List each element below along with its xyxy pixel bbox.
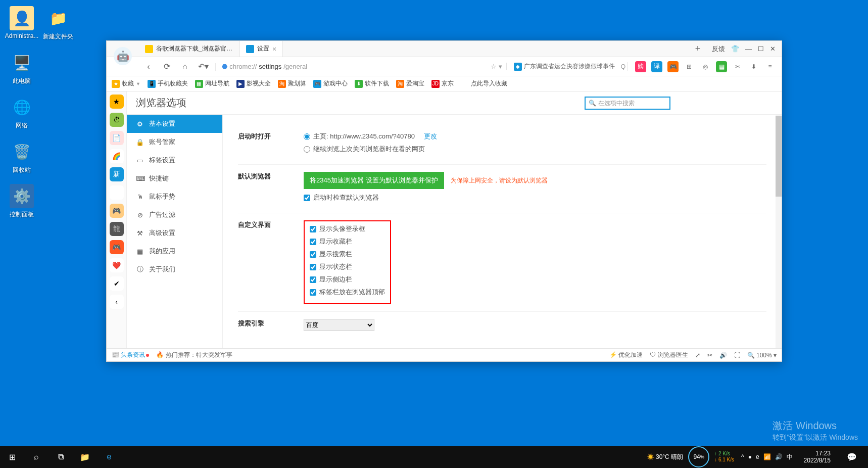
tray-icon-0[interactable]: ^: [741, 453, 744, 460]
rail-icon-2[interactable]: 📄: [110, 131, 124, 145]
toolbar-icon-0[interactable]: 购: [635, 61, 646, 72]
status-right-2[interactable]: ⤢: [695, 352, 700, 359]
desktop-icon-回收站[interactable]: 🗑️回收站: [4, 139, 39, 174]
rail-icon-8[interactable]: 🎮: [110, 240, 124, 254]
sidebar-item-1[interactable]: 🔒账号管家: [127, 133, 222, 151]
toolbar-icon-6[interactable]: ✂: [732, 61, 743, 72]
start-button[interactable]: ⊞: [0, 446, 24, 468]
toolbar-icon-3[interactable]: ⊞: [684, 61, 695, 72]
sidebar-item-8[interactable]: ⓘ关于我们: [127, 260, 222, 278]
home-button[interactable]: ⌂: [178, 60, 191, 73]
ui-check-4[interactable]: [310, 276, 316, 283]
ui-check-1[interactable]: [310, 239, 316, 245]
sidebar-item-4[interactable]: 🖱鼠标手势: [127, 188, 222, 206]
set-default-button[interactable]: 将2345加速浏览器 设置为默认浏览器并保护: [304, 172, 444, 189]
taskbar-search-icon[interactable]: ⌕: [24, 446, 49, 468]
bookmark-9[interactable]: 点此导入收藏: [461, 79, 507, 88]
tray-icon-5[interactable]: 中: [787, 453, 793, 460]
tray-icon-3[interactable]: 📶: [763, 453, 771, 460]
url-dropdown-icon[interactable]: ▾: [499, 63, 502, 70]
tray-icon-4[interactable]: 🔊: [775, 453, 783, 460]
sidebar-item-6[interactable]: ⚒高级设置: [127, 224, 222, 242]
settings-scrollbar[interactable]: [776, 115, 782, 348]
rail-icon-1[interactable]: ⏱: [110, 113, 124, 127]
toolbar-icon-7[interactable]: ⬇: [748, 61, 759, 72]
ui-check-5[interactable]: [310, 289, 316, 296]
tab-1[interactable]: 设置×: [240, 41, 283, 57]
taskbar-edge[interactable]: e: [97, 446, 121, 468]
startup-home-radio[interactable]: [304, 133, 310, 140]
bookmark-star-icon[interactable]: ☆: [491, 63, 497, 70]
back-button[interactable]: ‹: [142, 60, 155, 73]
status-right-6[interactable]: 🔍 100% ▾: [747, 352, 777, 359]
desktop-icon-控制面板[interactable]: ⚙️控制面板: [4, 184, 39, 219]
sidebar-item-2[interactable]: ▭标签设置: [127, 151, 222, 169]
rail-icon-4[interactable]: 新: [110, 167, 124, 181]
notifications-icon[interactable]: 💬: [840, 446, 864, 468]
url-box[interactable]: ⬣ chrome://settings/general ☆ ▾: [222, 63, 507, 70]
ui-check-2[interactable]: [310, 251, 316, 258]
startup-continue-radio[interactable]: [304, 146, 310, 153]
status-right-3[interactable]: ✂: [707, 352, 712, 359]
search-box[interactable]: ◆ 广东调查省运会决赛涉嫌假球事件 Q: [512, 62, 628, 71]
rail-icon-0[interactable]: ★: [110, 95, 124, 109]
rail-icon-9[interactable]: ❤️: [110, 258, 124, 272]
desktop-icon-此电脑[interactable]: 🖥️此电脑: [4, 51, 39, 85]
rail-icon-7[interactable]: 龍: [110, 222, 124, 236]
feedback-button[interactable]: 反馈: [712, 44, 725, 54]
status-right-1[interactable]: 🛡 浏览器医生: [650, 351, 688, 359]
status-left-1[interactable]: 🔥 热门推荐：特大突发军事: [156, 351, 232, 358]
task-view-icon[interactable]: ⧉: [49, 446, 73, 468]
bookmark-2[interactable]: ▦网址导航: [195, 79, 229, 88]
skin-icon[interactable]: 👕: [731, 45, 739, 53]
bookmark-8[interactable]: JD京东: [431, 79, 454, 88]
status-right-4[interactable]: 🔊: [719, 352, 727, 359]
check-default-on-start[interactable]: [304, 195, 310, 201]
toolbar-icon-1[interactable]: 译: [651, 61, 662, 72]
desktop-icon-Administra...[interactable]: 👤Administra...: [4, 6, 39, 39]
sidebar-item-3[interactable]: ⌨快捷键: [127, 169, 222, 188]
rail-icon-10[interactable]: ✔: [110, 276, 124, 291]
bookmark-3[interactable]: ▶影视大全: [236, 79, 271, 88]
bookmark-6[interactable]: ⬇软件下载: [355, 79, 389, 88]
bookmark-5[interactable]: 🎮游戏中心: [313, 79, 348, 88]
sidebar-item-0[interactable]: ⚙基本设置: [127, 115, 222, 133]
reload-button[interactable]: ⟳: [160, 60, 173, 73]
bookmark-1[interactable]: 📱手机收藏夹: [148, 79, 188, 88]
change-homepage-link[interactable]: 更改: [424, 132, 437, 141]
rail-icon-11[interactable]: ‹: [110, 295, 124, 309]
forward-dropdown[interactable]: ↶▾: [197, 60, 210, 73]
tab-close-icon[interactable]: ×: [272, 45, 276, 53]
status-right-0[interactable]: ⚡ 优化加速: [609, 351, 643, 359]
maximize-button[interactable]: ☐: [758, 45, 764, 53]
toolbar-icon-2[interactable]: 🎮: [667, 61, 679, 72]
search-engine-select[interactable]: 百度: [304, 319, 374, 331]
rail-icon-5[interactable]: [110, 185, 124, 200]
toolbar-icon-4[interactable]: ◎: [700, 61, 711, 72]
sidebar-item-5[interactable]: ⊘广告过滤: [127, 206, 222, 224]
tray-icon-1[interactable]: ●: [748, 453, 752, 460]
ui-check-0[interactable]: [310, 226, 316, 232]
new-tab-button[interactable]: +: [690, 41, 706, 57]
weather-widget[interactable]: ☀️ 30°C 晴朗: [647, 453, 684, 461]
bookmark-7[interactable]: 淘爱淘宝: [396, 79, 424, 88]
toolbar-icon-5[interactable]: ▦: [716, 61, 727, 72]
desktop-icon-网络[interactable]: 🌐网络: [4, 95, 39, 130]
bookmark-0[interactable]: ★收藏▼: [112, 79, 140, 88]
status-right-5[interactable]: ⛶: [734, 352, 740, 359]
desktop-icon-新建文件夹[interactable]: 📁新建文件夹: [40, 6, 76, 41]
bookmark-4[interactable]: 淘聚划算: [278, 79, 306, 88]
toolbar-icon-8[interactable]: ≡: [764, 61, 776, 72]
tab-0[interactable]: 谷歌浏览器下载_浏览器官网入: [139, 41, 240, 57]
close-window-button[interactable]: ✕: [770, 45, 776, 53]
settings-search-input[interactable]: 🔍 在选项中搜索: [585, 97, 670, 110]
search-submit-icon[interactable]: Q: [621, 63, 625, 70]
avatar[interactable]: 🤖: [114, 47, 132, 65]
rail-icon-6[interactable]: 🎮: [110, 204, 124, 218]
taskbar-clock[interactable]: 17:23 2022/8/15: [800, 450, 835, 464]
rail-icon-3[interactable]: 🌈: [110, 149, 124, 163]
status-left-0[interactable]: 📰 头条资讯: [112, 351, 149, 358]
taskbar-explorer[interactable]: 📁: [73, 446, 97, 468]
minimize-button[interactable]: —: [745, 45, 752, 53]
sidebar-item-7[interactable]: ▦我的应用: [127, 242, 222, 260]
